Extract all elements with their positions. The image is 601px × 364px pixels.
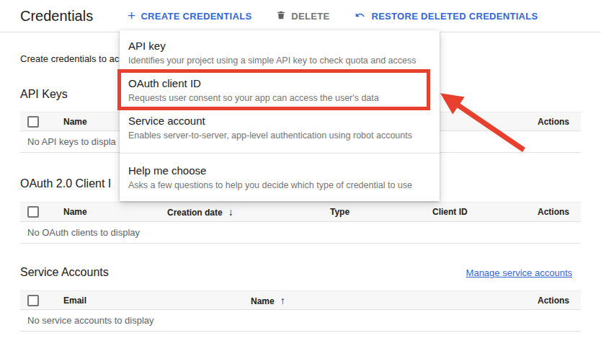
service-accounts-table-header: Email Name↑ Actions [20, 290, 581, 310]
oauth-clients-empty-row: No OAuth clients to display [20, 222, 581, 244]
manage-service-accounts-link[interactable]: Manage service accounts [466, 267, 572, 278]
oauth-column-actions: Actions [538, 207, 581, 217]
menu-item-service-account[interactable]: Service account Enables server-to-server… [120, 110, 440, 147]
menu-item-api-key[interactable]: API key Identifies your project using a … [120, 35, 440, 72]
create-credentials-label: CREATE CREDENTIALS [141, 11, 251, 22]
credentials-page: Credentials + CREATE CREDENTIALS DELETE … [0, 0, 601, 364]
service-accounts-column-actions: Actions [538, 296, 581, 306]
service-accounts-heading: Service Accounts [20, 266, 109, 279]
delete-label: DELETE [291, 11, 329, 22]
service-accounts-table: Email Name↑ Actions No service accounts … [20, 290, 581, 332]
oauth-clients-heading: OAuth 2.0 Client I [20, 177, 111, 190]
top-toolbar: Credentials + CREATE CREDENTIALS DELETE … [0, 0, 601, 32]
undo-arrow-icon [354, 10, 366, 22]
service-accounts-column-email: Email [63, 296, 251, 306]
service-accounts-empty-row: No service accounts to display [20, 310, 581, 332]
restore-label: RESTORE DELETED CREDENTIALS [371, 11, 538, 22]
api-keys-heading: API Keys [20, 88, 68, 101]
oauth-column-type: Type [330, 207, 432, 217]
toolbar-actions: + CREATE CREDENTIALS DELETE RESTORE DELE… [128, 0, 538, 32]
api-keys-select-all-checkbox[interactable] [27, 116, 39, 128]
oauth-clients-table: Name Creation date↓ Type Client ID Actio… [20, 202, 581, 244]
service-accounts-column-name[interactable]: Name↑ [251, 295, 395, 306]
restore-deleted-credentials-button[interactable]: RESTORE DELETED CREDENTIALS [354, 10, 538, 22]
menu-item-help-me-choose[interactable]: Help me choose Asks a few questions to h… [120, 159, 440, 197]
create-credentials-menu: API key Identifies your project using a … [120, 30, 440, 201]
oauth-clients-select-all-checkbox[interactable] [27, 206, 39, 218]
api-keys-column-actions: Actions [538, 117, 581, 127]
trash-icon [276, 9, 286, 23]
oauth-column-name: Name [63, 207, 167, 217]
menu-divider [120, 153, 440, 154]
sort-ascending-icon: ↑ [280, 295, 285, 306]
create-credentials-button[interactable]: + CREATE CREDENTIALS [128, 11, 251, 22]
oauth-column-client-id: Client ID [432, 207, 533, 217]
oauth-column-creation-date[interactable]: Creation date↓ [167, 206, 330, 218]
page-title: Credentials [20, 8, 93, 25]
sort-descending-icon: ↓ [228, 206, 233, 218]
delete-button[interactable]: DELETE [276, 9, 329, 23]
plus-icon: + [128, 10, 135, 22]
oauth-clients-table-header: Name Creation date↓ Type Client ID Actio… [20, 202, 581, 222]
intro-text: Create credentials to ac [20, 53, 119, 64]
service-accounts-select-all-checkbox[interactable] [27, 295, 39, 306]
menu-item-oauth-client-id[interactable]: OAuth client ID Requests user consent so… [120, 72, 440, 110]
